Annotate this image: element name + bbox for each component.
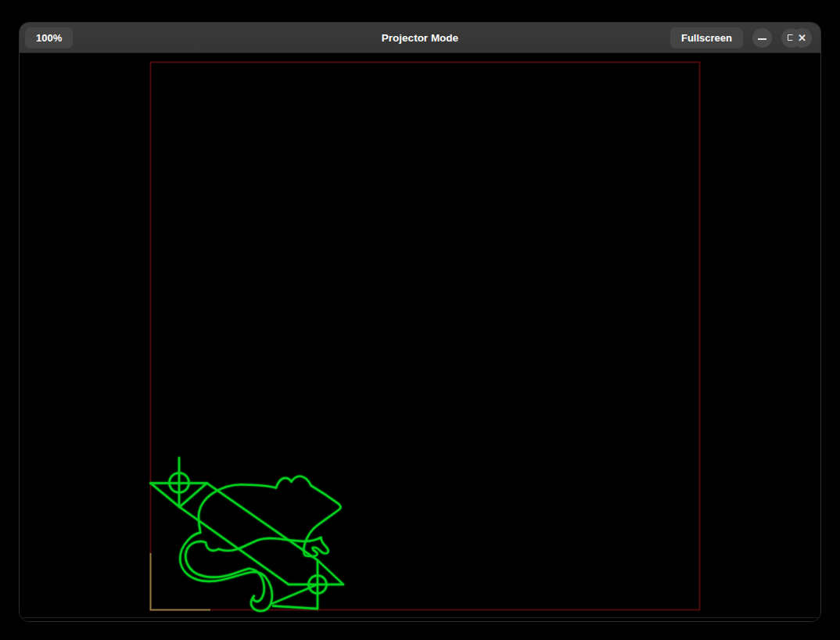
- minimize-icon: [758, 38, 766, 40]
- zoom-level-button[interactable]: 100%: [25, 27, 73, 49]
- fullscreen-button[interactable]: Fullscreen: [670, 27, 743, 49]
- titlebar[interactable]: 100% Projector Mode Fullscreen ✕: [20, 23, 820, 53]
- desktop-background: 100% Projector Mode Fullscreen ✕: [0, 0, 840, 640]
- close-icon: ✕: [792, 28, 812, 48]
- registration-marker-a-crosshair: [151, 458, 207, 507]
- work-area-border: [151, 63, 700, 610]
- window-bottom-edge: [20, 617, 820, 618]
- pointer-wedge-lines: [272, 584, 318, 609]
- projector-mode-window: 100% Projector Mode Fullscreen ✕: [19, 22, 821, 622]
- registration-marker-b-triangle: [318, 560, 343, 584]
- close-button[interactable]: ✕: [792, 28, 812, 48]
- mouse-outline-drawing: [180, 476, 340, 611]
- projector-canvas[interactable]: [20, 53, 821, 622]
- projection-svg: [20, 53, 821, 622]
- minimize-button[interactable]: [752, 28, 772, 48]
